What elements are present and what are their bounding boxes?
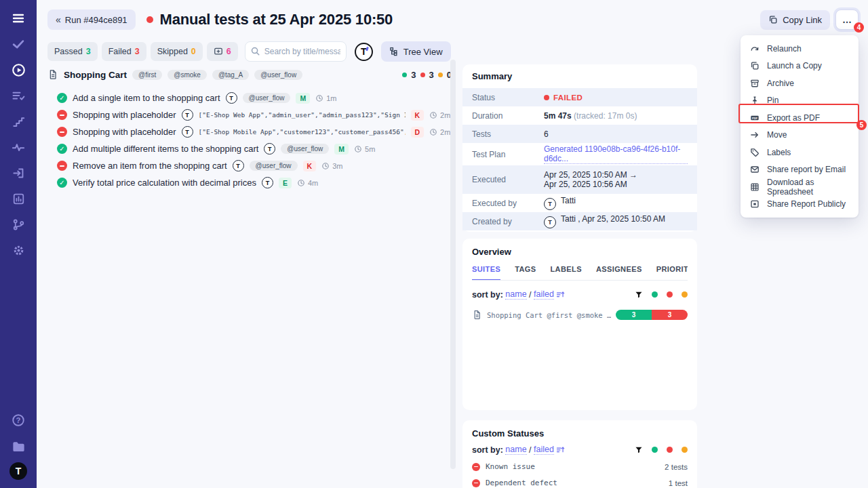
custom-status-name[interactable]: Known issue bbox=[486, 462, 535, 471]
custom-status-row[interactable]: Known issue 2 tests bbox=[472, 462, 688, 471]
filter-failed[interactable]: Failed 3 bbox=[102, 42, 146, 61]
steps-icon[interactable] bbox=[12, 115, 25, 128]
menu-item-share-report-by-email[interactable]: Share report by Email bbox=[741, 161, 859, 179]
menu-item-launch-a-copy[interactable]: Launch a Copy bbox=[741, 58, 859, 75]
passed-filter-dot[interactable] bbox=[652, 447, 658, 453]
back-to-run-button[interactable]: « Run #494ce891 bbox=[47, 9, 136, 30]
spreadsheet-icon bbox=[750, 182, 760, 192]
test-row[interactable]: ✓ Add a single item to the shopping cart… bbox=[57, 89, 452, 106]
sort-name-link[interactable]: name bbox=[505, 289, 526, 300]
status-letter-badge[interactable]: E bbox=[279, 178, 292, 188]
sort-name-link[interactable]: name bbox=[505, 445, 526, 455]
menu-item-share-report-publicly[interactable]: Share Report Publicly bbox=[741, 196, 859, 214]
search-box bbox=[245, 41, 347, 62]
overview-suite-row[interactable]: Shopping Cart @first @smoke … 3 3 bbox=[472, 310, 688, 320]
menu-item-pin[interactable]: Pin bbox=[741, 92, 859, 110]
reports-chart-icon[interactable] bbox=[12, 192, 25, 205]
header: « Run #494ce891 Manual tests at 25 Apr 2… bbox=[47, 8, 859, 31]
tab-tags[interactable]: TAGS bbox=[515, 265, 536, 280]
custom-status-name[interactable]: Dependent defect bbox=[486, 479, 557, 487]
sort-ascending-icon[interactable] bbox=[556, 290, 565, 299]
test-name[interactable]: Verify total price calculation with deci… bbox=[73, 178, 256, 188]
summary-row-status: Status FAILED bbox=[462, 88, 697, 106]
overview-suite-name[interactable]: Shopping Cart @first @smoke … bbox=[487, 311, 611, 319]
status-letter-badge[interactable]: K bbox=[303, 161, 317, 171]
comments-filter[interactable]: 6 bbox=[207, 42, 238, 61]
test-name[interactable]: Shopping with placeholder bbox=[73, 127, 176, 137]
test-row[interactable]: Shopping with placeholder T ["E-Shop Web… bbox=[57, 106, 452, 123]
funnel-icon[interactable] bbox=[635, 291, 643, 299]
menu-item-download-as-spreadsheet[interactable]: Download as Spreadsheet bbox=[741, 178, 859, 196]
filter-passed[interactable]: Passed 3 bbox=[47, 42, 98, 61]
skipped-filter-dot[interactable] bbox=[682, 447, 688, 453]
test-plan-link[interactable]: Generated 1190e08b-ca96-4f26-b10f-d6dc..… bbox=[544, 144, 688, 164]
skipped-filter-dot[interactable] bbox=[682, 291, 688, 298]
tab-suites[interactable]: SUITES bbox=[472, 265, 500, 281]
reporter-logo-icon: T bbox=[262, 177, 273, 188]
test-row[interactable]: Remove an item from the shopping cart T … bbox=[57, 157, 452, 174]
test-row[interactable]: ✓ Add multiple different items to the sh… bbox=[57, 140, 452, 157]
menu-item-export-as-pdf[interactable]: Export as PDF bbox=[741, 109, 859, 127]
panel-scrollbar[interactable] bbox=[450, 60, 456, 469]
sort-separator: / bbox=[529, 445, 531, 455]
custom-sort-row: sort by: name / failed bbox=[472, 445, 688, 455]
menu-item-labels[interactable]: Labels bbox=[741, 144, 859, 161]
test-tag[interactable]: @user_flow bbox=[250, 161, 298, 171]
failed-filter-dot[interactable] bbox=[667, 291, 673, 298]
projects-folder-icon[interactable] bbox=[12, 439, 25, 453]
status-letter-badge[interactable]: D bbox=[411, 127, 425, 138]
test-tag[interactable]: @user_flow bbox=[243, 93, 291, 103]
copy-link-button[interactable]: Copy Link bbox=[760, 10, 830, 30]
pulse-analytics-icon[interactable] bbox=[12, 140, 25, 154]
test-tag[interactable]: @user_flow bbox=[281, 144, 329, 154]
user-avatar[interactable]: T bbox=[9, 462, 27, 480]
test-name[interactable]: Add a single item to the shopping cart bbox=[73, 93, 220, 103]
sort-failed-link[interactable]: failed bbox=[534, 445, 554, 455]
sort-ascending-icon[interactable] bbox=[556, 445, 565, 454]
test-name[interactable]: Remove an item from the shopping cart bbox=[73, 161, 227, 171]
import-icon[interactable] bbox=[12, 166, 25, 180]
filter-skipped[interactable]: Skipped 0 bbox=[151, 42, 203, 61]
help-icon[interactable] bbox=[12, 413, 25, 427]
tab-labels[interactable]: LABELS bbox=[550, 265, 581, 280]
app-logo[interactable]: T bbox=[355, 43, 373, 61]
runs-play-icon[interactable] bbox=[12, 63, 25, 77]
menu-item-label: Download as Spreadsheet bbox=[767, 178, 849, 197]
menu-item-move[interactable]: Move bbox=[741, 127, 859, 144]
test-name[interactable]: Add multiple different items to the shop… bbox=[73, 144, 258, 154]
status-letter-badge[interactable]: M bbox=[296, 93, 310, 104]
suite-tag[interactable]: @tag_A bbox=[212, 70, 249, 80]
status-letter-badge[interactable]: M bbox=[334, 144, 349, 155]
test-row[interactable]: Shopping with placeholder T ["E-Shop Mob… bbox=[57, 123, 452, 140]
menu-item-archive[interactable]: Archive bbox=[741, 75, 859, 92]
suite-tag[interactable]: @first bbox=[132, 70, 162, 80]
menu-item-relaunch[interactable]: Relaunch bbox=[741, 40, 859, 58]
menu-icon[interactable] bbox=[12, 12, 25, 25]
passed-filter-dot[interactable] bbox=[652, 291, 658, 298]
funnel-icon[interactable] bbox=[635, 446, 643, 454]
failed-filter-dot[interactable] bbox=[667, 447, 673, 453]
failed-status-dot bbox=[146, 16, 153, 23]
settings-gear-icon[interactable] bbox=[12, 243, 25, 257]
test-name[interactable]: Shopping with placeholder bbox=[73, 110, 176, 120]
suite-name[interactable]: Shopping Cart bbox=[64, 70, 127, 80]
custom-status-count: 1 test bbox=[669, 479, 688, 487]
suite-tag[interactable]: @user_flow bbox=[254, 70, 302, 80]
test-list-icon[interactable] bbox=[12, 89, 25, 102]
tree-view-button[interactable]: Tree View bbox=[381, 41, 451, 62]
test-parameters: ["E-Shop Web App","admin_user","admin_pa… bbox=[199, 111, 406, 119]
pdf-icon bbox=[750, 113, 760, 123]
tab-assignees[interactable]: ASSIGNEES bbox=[596, 265, 642, 280]
duration-value: 5m 47s (tracked: 17m 0s) bbox=[544, 111, 637, 121]
tab-priority[interactable]: PRIORIT bbox=[656, 265, 688, 280]
status-letter-badge[interactable]: K bbox=[411, 110, 425, 121]
sort-failed-link[interactable]: failed bbox=[534, 289, 554, 300]
branch-icon[interactable] bbox=[12, 218, 25, 231]
suite-file-icon bbox=[472, 310, 482, 320]
suite-row[interactable]: Shopping Cart @first @smoke @tag_A @user… bbox=[47, 68, 452, 81]
custom-status-row[interactable]: Dependent defect 1 test bbox=[472, 479, 688, 487]
test-row[interactable]: ✓ Verify total price calculation with de… bbox=[57, 174, 452, 191]
duration: 5m bbox=[354, 145, 375, 153]
suite-tag[interactable]: @smoke bbox=[167, 70, 207, 80]
checkmark-nav-icon[interactable] bbox=[12, 37, 25, 51]
